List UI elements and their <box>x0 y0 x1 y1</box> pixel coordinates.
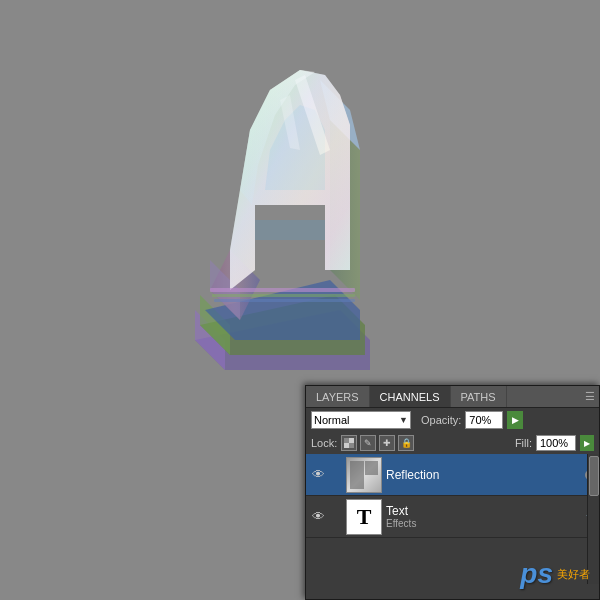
panel-tabs: LAYERS CHANNELS PATHS ☰ <box>306 386 599 408</box>
layer-info-reflection: Reflection <box>386 468 581 482</box>
opacity-label: Opacity: <box>421 414 461 426</box>
ps-logo: ps <box>520 558 553 590</box>
svg-rect-0 <box>210 288 355 292</box>
blend-row: Normal ▼ Opacity: 70% ▶ <box>306 408 599 432</box>
svg-rect-5 <box>349 438 354 443</box>
layer-thumbnail-reflection <box>346 457 382 493</box>
layer-visibility-text[interactable]: 👁 <box>310 509 326 525</box>
tab-layers[interactable]: LAYERS <box>306 386 370 407</box>
svg-rect-3 <box>344 438 349 443</box>
letter-graphic <box>140 30 460 390</box>
layer-link-reflection <box>330 467 342 483</box>
layer-name-text: Text <box>386 504 582 518</box>
tab-channels[interactable]: CHANNELS <box>370 386 451 407</box>
svg-rect-9 <box>365 461 378 475</box>
lock-move[interactable]: ✚ <box>379 435 395 451</box>
lock-row: Lock: ✎ ✚ 🔒 Fill: 100% ▶ <box>306 432 599 454</box>
svg-rect-1 <box>212 294 355 297</box>
scrollbar-thumb[interactable] <box>589 456 599 496</box>
fill-arrow-btn[interactable]: ▶ <box>580 435 594 451</box>
layer-name-reflection: Reflection <box>386 468 581 482</box>
lock-brush[interactable]: ✎ <box>360 435 376 451</box>
tab-paths[interactable]: PATHS <box>451 386 507 407</box>
svg-rect-6 <box>344 443 349 448</box>
layer-link-text <box>330 509 342 525</box>
lock-label: Lock: <box>311 437 337 449</box>
lock-all[interactable]: 🔒 <box>398 435 414 451</box>
layer-visibility-reflection[interactable]: 👁 <box>310 467 326 483</box>
layer-thumbnail-text: T <box>346 499 382 535</box>
blend-mode-arrow: ▼ <box>399 415 408 425</box>
blend-mode-select[interactable]: Normal ▼ <box>311 411 411 429</box>
lock-checkerboard[interactable] <box>341 435 357 451</box>
layer-row-reflection[interactable]: 👁 Reflection <box>306 454 599 496</box>
fill-input[interactable]: 100% <box>536 435 576 451</box>
layer-row-text[interactable]: 👁 T Text Effects fx <box>306 496 599 538</box>
svg-rect-4 <box>349 443 354 448</box>
lock-icons: ✎ ✚ 🔒 <box>341 435 414 451</box>
layers-container: 👁 Reflection <box>306 454 599 538</box>
panel-menu-icon[interactable]: ☰ <box>581 386 599 407</box>
ps-site-text: 美好者 <box>557 567 590 582</box>
opacity-input[interactable]: 70% <box>465 411 503 429</box>
ps-branding: ps 美好者 <box>520 558 590 590</box>
canvas-area <box>0 0 600 420</box>
layer-info-text: Text Effects <box>386 504 582 529</box>
layer-effects-label: Effects <box>386 518 582 529</box>
svg-rect-2 <box>214 299 355 302</box>
fill-label: Fill: <box>515 437 532 449</box>
svg-rect-8 <box>350 461 364 489</box>
opacity-arrow-btn[interactable]: ▶ <box>507 411 523 429</box>
